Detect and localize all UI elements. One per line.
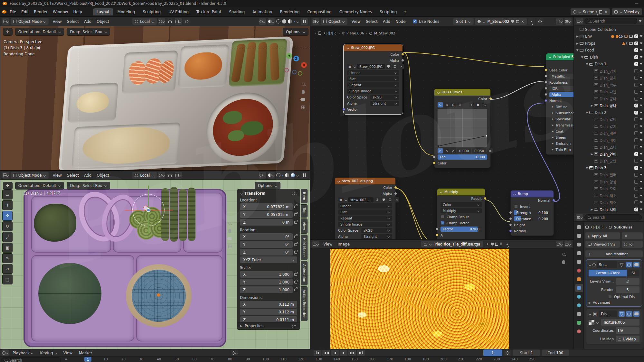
- overlays-button[interactable]: [268, 18, 275, 25]
- perspective-toggle-icon[interactable]: [301, 106, 305, 109]
- channel-c-button[interactable]: C: [438, 102, 443, 107]
- shading-material-icon[interactable]: [285, 173, 289, 177]
- filter-icon[interactable]: [640, 174, 642, 176]
- gizmo-minus-axis[interactable]: [284, 68, 289, 72]
- outliner-row-dish-계란[interactable]: Dish_계란: [574, 130, 644, 137]
- editor-type-button[interactable]: [576, 214, 583, 221]
- realtime-toggle[interactable]: [626, 311, 632, 317]
- copy-icon[interactable]: [516, 20, 519, 23]
- parent-node-tree-button[interactable]: [536, 18, 544, 25]
- add-modifier-button[interactable]: +Add Modifier: [585, 250, 643, 257]
- simple-option[interactable]: Si: [627, 270, 640, 276]
- outliner-row-dish-나물[interactable]: Dish_나물: [574, 88, 644, 96]
- shading-wireframe-icon[interactable]: [276, 173, 280, 177]
- channel-r-button[interactable]: R: [444, 102, 450, 107]
- lock-icon[interactable]: [294, 243, 297, 246]
- projection-dropdown[interactable]: Flat: [347, 76, 399, 81]
- mode-dropdown[interactable]: Object Mode: [11, 18, 49, 25]
- snapping-button[interactable]: [556, 18, 563, 25]
- editor-type-button[interactable]: [2, 172, 9, 179]
- exclude-checkbox[interactable]: [634, 97, 638, 101]
- node-multiply[interactable]: Multiply Result Color Multiply Clamp Res…: [437, 188, 485, 239]
- copy-icon[interactable]: [599, 10, 602, 14]
- options-button[interactable]: Options: [283, 28, 308, 36]
- toggle-button[interactable]: ⛶To: [622, 241, 643, 248]
- node-image-stew-dis[interactable]: stew_002_dis.png Color Alpha ▦ stew_002_…: [335, 177, 396, 239]
- overlays-button[interactable]: [268, 172, 275, 179]
- sidebar-tab-hdri-maker[interactable]: Hdri Maker: [301, 235, 308, 260]
- modifier-name-field[interactable]: Su...: [597, 261, 617, 268]
- properties-tab-modifiers[interactable]: [575, 284, 583, 292]
- outliner-row-dish-샐러[interactable]: Dish_샐러: [574, 172, 644, 179]
- outliner-row-dish-양상[interactable]: Dish_양상: [574, 178, 644, 185]
- end-frame-field[interactable]: End100: [542, 349, 569, 356]
- transform-field-z[interactable]: Z0 m: [240, 219, 293, 226]
- drag-widget[interactable]: Drag: Select Box: [67, 28, 110, 36]
- principled-section-transmission[interactable]: ▶Transmission: [546, 122, 573, 128]
- pin-icon[interactable]: [596, 11, 597, 13]
- editor-type-button[interactable]: [312, 241, 319, 247]
- outliner-row-dish[interactable]: ▼Dish: [574, 54, 644, 61]
- fac-slider[interactable]: Fac1.000: [438, 154, 487, 160]
- menu-edit[interactable]: Edit: [19, 8, 31, 15]
- sidebar-tab-action-recorder[interactable]: Action Recorder: [301, 286, 308, 321]
- transform-field-x[interactable]: X0.077822 m: [240, 203, 293, 210]
- principled-section-thin-film[interactable]: ▶Thin Film: [546, 146, 573, 153]
- pause-render-button[interactable]: [301, 18, 308, 25]
- use-nodes-toggle[interactable]: Use Nodes: [413, 19, 440, 24]
- transform-orientation-dropdown[interactable]: Local: [132, 18, 157, 25]
- lock-icon[interactable]: [294, 289, 297, 291]
- outliner-row-props[interactable]: ▶Props2: [574, 40, 644, 47]
- gizmo-z-axis[interactable]: Z: [293, 56, 299, 61]
- users-count[interactable]: 2: [374, 197, 380, 202]
- tool-move[interactable]: ✢: [2, 211, 13, 221]
- options-button[interactable]: Options: [255, 182, 280, 190]
- properties-tab-output[interactable]: [575, 241, 583, 248]
- properties-tab-render[interactable]: [575, 232, 583, 240]
- properties-tab-constraints[interactable]: [575, 310, 583, 318]
- filter-icon[interactable]: [640, 42, 642, 44]
- expand-icon[interactable]: ▼: [580, 56, 584, 59]
- properties-tab-material[interactable]: [575, 328, 583, 335]
- expand-icon[interactable]: ▶: [590, 153, 594, 156]
- active-tool-gizmo[interactable]: ✢: [3, 28, 13, 36]
- extension-dropdown[interactable]: Repeat: [347, 82, 399, 88]
- node-principled-bsdf[interactable]: Principled BSDF Base ColorMetallicRoughn…: [546, 53, 573, 155]
- interpolation-dropdown[interactable]: Linear: [338, 203, 392, 209]
- playback-menu[interactable]: Playback: [10, 349, 36, 357]
- filter-icon[interactable]: [640, 63, 642, 65]
- optimal-display-toggle[interactable]: Optimal Dis: [608, 295, 639, 299]
- outliner-row-dish-깍두[interactable]: Dish_깍두: [574, 81, 644, 88]
- clamp-result-toggle[interactable]: Clamp Result: [437, 214, 485, 220]
- tool-rotate[interactable]: ↻: [2, 221, 13, 231]
- node-rgb-curves[interactable]: RGB Curves Color C R G B + ● ∩ Λ: [434, 88, 491, 168]
- outliner-row-dish-채소[interactable]: Dish_채소: [574, 192, 644, 199]
- tool-select-box[interactable]: ▭: [2, 190, 13, 200]
- outliner-row-dish-시레[interactable]: ▶Dish_시레: [574, 206, 644, 213]
- snap-target-button[interactable]: [175, 18, 182, 25]
- workspace-tab-compositing[interactable]: Compositing: [304, 8, 335, 15]
- pin-icon[interactable]: [507, 244, 508, 245]
- input-field[interactable]: Metallic: [549, 74, 573, 79]
- exclude-checkbox[interactable]: [634, 138, 638, 142]
- unlink-icon[interactable]: ×: [394, 197, 399, 202]
- workspace-tab-rendering[interactable]: Rendering: [276, 8, 303, 15]
- source-dropdown[interactable]: Single Image: [338, 222, 392, 227]
- start-frame-field[interactable]: Start1: [513, 349, 540, 356]
- workspace-tab-uv-editing[interactable]: UV Editing: [165, 8, 192, 15]
- exclude-checkbox[interactable]: [634, 69, 638, 73]
- exclude-checkbox[interactable]: [634, 152, 638, 156]
- workspace-tab-texture-paint[interactable]: Texture Paint: [193, 8, 225, 15]
- workspace-tab-layout[interactable]: Layout: [93, 8, 113, 15]
- copy-icon[interactable]: [387, 197, 393, 202]
- filter-icon[interactable]: [640, 91, 642, 93]
- editor-type-button[interactable]: [312, 18, 319, 25]
- display-mode-button[interactable]: [576, 18, 583, 24]
- workspace-tab-shading[interactable]: Shading: [225, 8, 248, 15]
- outliner-row-dish-김치[interactable]: Dish_김치: [574, 68, 644, 75]
- texture-selector[interactable]: Texture.005: [601, 319, 639, 326]
- projection-dropdown[interactable]: Flat: [338, 209, 392, 215]
- outliner-row-dish-연어[interactable]: ▶Dish_연어: [574, 151, 644, 158]
- pivot-point-button[interactable]: [158, 18, 165, 25]
- filter-icon[interactable]: [640, 70, 642, 72]
